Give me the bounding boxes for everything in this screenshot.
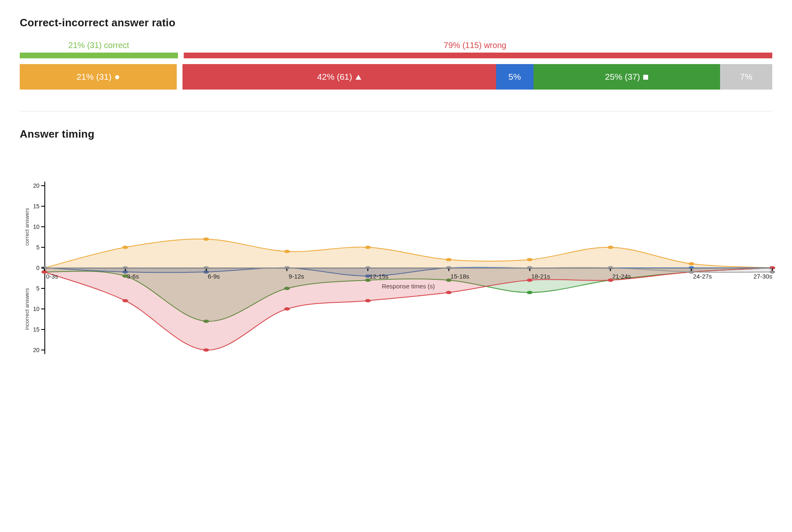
y-tick-label: 20 — [33, 182, 39, 189]
ratio-thin-bar — [20, 53, 772, 58]
ratio-seg-gray-label: 7% — [740, 72, 752, 82]
x-tick-label: 24-27s — [693, 273, 712, 280]
y-tick-label: 0 — [36, 265, 39, 271]
x-tick-label: 12-15s — [369, 273, 388, 280]
timing-title: Answer timing — [20, 128, 772, 140]
series-point-red — [284, 307, 290, 311]
series-point-red — [203, 348, 209, 352]
y-label-top: correct answers — [24, 198, 30, 256]
ratio-correct-label: 21% (31) correct — [20, 41, 178, 50]
ratio-seg-gray: 7% — [720, 64, 772, 90]
x-tick-label: 0-3s — [46, 273, 58, 280]
ratio-seg-blue-label: 5% — [508, 72, 521, 82]
x-tick-label: 18-21s — [531, 273, 550, 280]
series-point-red — [122, 299, 128, 302]
x-tick-label: 21-24s — [612, 273, 631, 280]
x-tick-label: 15-18s — [450, 273, 469, 280]
ratio-label-row: 21% (31) correct 79% (115) wrong — [20, 41, 772, 50]
y-tick-mark — [41, 247, 44, 248]
y-tick-label: 20 — [33, 347, 39, 353]
y-tick-mark — [41, 288, 44, 289]
circle-icon — [115, 72, 120, 82]
series-point-orange — [365, 246, 371, 249]
series-point-orange — [122, 246, 128, 249]
ratio-thin-correct — [20, 53, 178, 58]
timing-chart: correct answers incorrect answers Respon… — [20, 186, 772, 350]
y-tick-mark — [41, 185, 44, 186]
series-point-orange — [284, 250, 290, 253]
ratio-wrong-label: 79% (115) wrong — [178, 41, 772, 50]
x-tick-label: 6-9s — [208, 273, 220, 280]
section-divider — [20, 111, 772, 111]
y-tick-label: 15 — [33, 203, 39, 210]
svg-point-0 — [115, 75, 119, 79]
svg-rect-2 — [643, 75, 648, 80]
series-point-red — [446, 291, 452, 294]
triangle-icon — [356, 72, 361, 82]
y-tick-mark — [41, 350, 44, 350]
x-tick-label: 27-30s — [753, 273, 772, 280]
series-point-red — [365, 299, 371, 302]
x-tick-label: 3-6s — [127, 273, 139, 280]
zero-line — [44, 268, 772, 269]
y-label-bottom: incorrect answers — [24, 280, 30, 338]
ratio-seg-red: 42% (61) — [182, 64, 496, 90]
ratio-thick-bar: 21% (31) 42% (61) 5% 25% (37) 7% — [20, 64, 772, 90]
y-tick-mark — [41, 309, 44, 309]
series-point-orange — [527, 258, 533, 261]
series-area-red — [44, 268, 772, 350]
svg-marker-1 — [356, 75, 361, 80]
ratio-seg-orange-label: 21% (31) — [76, 72, 111, 82]
square-icon — [643, 72, 648, 82]
series-point-orange — [688, 262, 694, 265]
y-tick-mark — [41, 329, 44, 330]
series-point-green — [527, 291, 533, 294]
ratio-seg-blue: 5% — [496, 64, 533, 90]
y-tick-label: 10 — [33, 223, 39, 230]
y-tick-mark — [41, 206, 44, 207]
series-point-orange — [607, 246, 613, 249]
y-tick-label: 5 — [36, 244, 39, 251]
y-tick-mark — [41, 226, 44, 227]
series-point-orange — [203, 237, 209, 241]
ratio-seg-green: 25% (37) — [533, 64, 720, 90]
series-point-orange — [446, 258, 452, 261]
ratio-title: Correct-incorrect answer ratio — [20, 16, 772, 29]
y-tick-label: 5 — [36, 285, 39, 292]
ratio-seg-orange: 21% (31) — [20, 64, 177, 90]
y-tick-label: 15 — [33, 326, 39, 333]
ratio-seg-red-label: 42% (61) — [317, 72, 352, 82]
y-tick-label: 10 — [33, 306, 39, 312]
ratio-seg-green-label: 25% (37) — [605, 72, 640, 82]
x-tick-label: 9-12s — [289, 273, 304, 280]
ratio-thin-wrong — [184, 53, 773, 58]
